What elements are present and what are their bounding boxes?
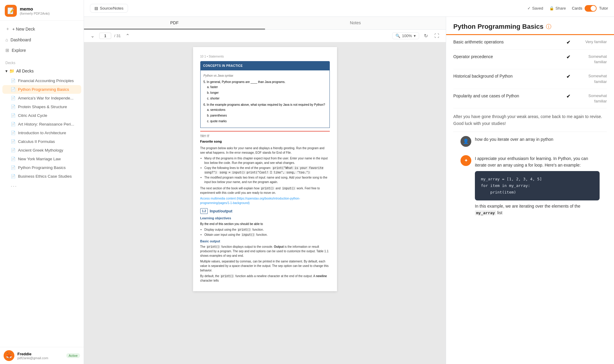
sidebar-nav: ＋ + New Deck ⌂ Dashboard ⊞ Explore xyxy=(0,21,84,59)
plus-icon: ＋ xyxy=(5,26,10,32)
explore-icon: ⊞ xyxy=(5,48,9,53)
deck-name-art: Art History: Renaissance Peri... xyxy=(18,122,74,126)
topic-level-history: Somewhatfamiliar xyxy=(574,73,607,84)
app-logo: 📝 xyxy=(5,5,17,17)
deck-item-financial[interactable]: 📄 Financial Accounting Principles xyxy=(2,76,81,85)
favorite-song-title: Favorite song xyxy=(200,139,330,144)
info-icon[interactable]: ⓘ xyxy=(546,23,551,30)
right-panel-header: Python Programming Basics ⓘ xyxy=(446,17,614,35)
decks-section-label: Decks xyxy=(2,59,81,67)
chevron-down-icon: ▾ xyxy=(5,69,7,73)
dashboard-icon: ⌂ xyxy=(5,37,8,42)
deck-item-protein[interactable]: 📄 Protein Shapes & Structure xyxy=(2,102,81,111)
deck-item-python[interactable]: 📄 Python Programming Basics xyxy=(2,85,81,94)
share-button[interactable]: 🔒 Share xyxy=(549,6,566,10)
right-panel-scroll-area[interactable]: Basic arithmetic operations ✔ Very famil… xyxy=(446,35,614,364)
refresh-button[interactable]: ↻ xyxy=(422,32,430,40)
para1: The program below asks for your name and… xyxy=(200,146,330,155)
zoom-control[interactable]: 🔍 100% ▾ xyxy=(392,32,419,39)
python-java-subtitle: Python vs Java syntax xyxy=(204,73,326,78)
share-label: Share xyxy=(556,6,566,10)
topic-check-history: ✔ xyxy=(566,74,570,79)
deck-name-citric: Citric Acid Cycle xyxy=(18,113,47,118)
page-next-button[interactable]: ⌃ xyxy=(124,32,131,39)
page-prev-button[interactable]: ⌄ xyxy=(89,32,96,39)
new-deck-button[interactable]: ＋ + New Deck xyxy=(2,24,81,34)
explore-nav-item[interactable]: ⊞ Explore xyxy=(2,45,81,55)
ai-text-after: In this example, we are iterating over t… xyxy=(475,204,580,215)
para2: The next section of the book will explai… xyxy=(200,186,330,195)
file-icon: 📄 xyxy=(11,148,16,152)
topic-name-history: Historical background of Python xyxy=(453,73,563,79)
q5b: b. longer xyxy=(207,90,326,95)
pdf-content[interactable]: 10 1 • Statements CONCEPTS IN PRACTICE P… xyxy=(84,42,446,364)
deck-item-citric[interactable]: 📄 Citric Acid Cycle xyxy=(2,111,81,120)
right-panel: Python Programming Basics ⓘ Basic arithm… xyxy=(446,17,614,364)
chat-area: 👤 how do you iterate over an array in py… xyxy=(453,132,607,220)
concepts-box-title: CONCEPTS IN PRACTICE xyxy=(200,61,330,70)
deck-item-art[interactable]: 📄 Art History: Renaissance Peri... xyxy=(2,120,81,129)
all-decks-item[interactable]: ▾ 📁 All Decks xyxy=(2,67,81,75)
user-avatar: 🦊 xyxy=(4,350,14,361)
q6-text: 6. In the example programs above, what s… xyxy=(204,102,326,107)
learning-objectives-list: Display output using the print() functio… xyxy=(200,227,330,237)
tab-pdf[interactable]: PDF xyxy=(84,17,265,29)
basic-output-p2: Multiple values, separated by commas, ca… xyxy=(200,259,330,273)
deck-name-calculus: Calculus II Formulas xyxy=(18,139,55,144)
q6c: c. quote marks xyxy=(207,119,326,123)
user-email: pdf2anki@gmail.com xyxy=(17,356,48,360)
deck-item-business[interactable]: 📄 Business Ethics Case Studies xyxy=(2,172,81,181)
sidebar: 📝 memo (formerly PDF2Anki) ＋ + New Deck … xyxy=(0,0,84,364)
file-icon: 📄 xyxy=(11,157,16,161)
share-icon: 🔒 xyxy=(549,6,554,10)
topic-level-arithmetic: Very familiar xyxy=(574,39,607,45)
ai-text-before: I appreciate your enthusiasm for learnin… xyxy=(475,156,588,167)
topic-check-operator: ✔ xyxy=(566,54,570,60)
deck-item-calculus[interactable]: 📄 Calculus II Formulas xyxy=(2,137,81,146)
file-icon: 📄 xyxy=(11,131,16,135)
active-badge: Active xyxy=(66,353,80,358)
learning-obj-title: Learning objectives xyxy=(200,216,330,221)
dashboard-label: Dashboard xyxy=(10,37,31,42)
bullet2: Copy the following lines to the end of t… xyxy=(204,166,330,175)
topic-row-arithmetic: Basic arithmetic operations ✔ Very famil… xyxy=(453,35,607,50)
page-number-input[interactable] xyxy=(99,33,111,39)
deck-item-nylaw[interactable]: 📄 New York Marriage Law xyxy=(2,155,81,163)
page-total: / 31 xyxy=(114,34,121,38)
red-divider xyxy=(200,131,330,132)
sidebar-footer: 🦊 Freddie pdf2anki@gmail.com Active xyxy=(0,347,84,364)
tab-notes[interactable]: Notes xyxy=(265,17,446,29)
access-link[interactable]: Access multimedia content (https://opens… xyxy=(200,196,330,205)
q5-text: 5. In general, Python programs are ____ … xyxy=(204,80,326,84)
deck-item-america[interactable]: 📄 America's War for Independe... xyxy=(2,94,81,102)
dashboard-nav-item[interactable]: ⌂ Dashboard xyxy=(2,35,81,45)
section-header: 1.2 Input/output xyxy=(200,208,330,214)
file-icon: 📄 xyxy=(11,78,16,83)
main-content: ▤ Source/Notes ✓ Saved 🔒 Share Cards Tut… xyxy=(84,0,614,364)
basic-output-p3: By default, the print() function adds a … xyxy=(200,274,330,283)
right-panel-deck-title: Python Programming Basics xyxy=(453,23,544,31)
saved-button[interactable]: ✓ Saved xyxy=(527,6,543,10)
q6a: a. semicolons xyxy=(207,108,326,112)
deck-item-greek[interactable]: 📄 Ancient Greek Mythology xyxy=(2,146,81,155)
chat-message-ai: ✦ I appreciate your enthusiasm for learn… xyxy=(460,151,600,220)
toggle-knob xyxy=(591,6,596,11)
user-name: Freddie xyxy=(17,352,48,356)
source-notes-button[interactable]: ▤ Source/Notes xyxy=(90,4,128,13)
deck-item-python2[interactable]: 📄 Python Programing Basics xyxy=(2,163,81,172)
section-name: Input/output xyxy=(210,208,232,214)
file-icon: 📄 xyxy=(11,139,16,144)
folder-icon: 📁 xyxy=(9,69,14,73)
topics-list: Basic arithmetic operations ✔ Very famil… xyxy=(453,35,607,108)
chevron-down-icon: ▾ xyxy=(414,34,416,38)
deck-name-python2: Python Programing Basics xyxy=(18,165,66,170)
basic-output-title: Basic output xyxy=(200,239,330,244)
cards-toggle: Cards Tutor xyxy=(572,5,608,12)
deck-name-python: Python Programming Basics xyxy=(18,87,69,92)
user-message-text: how do you iterate over an array in pyth… xyxy=(475,136,600,143)
deck-item-architecture[interactable]: 📄 Introduction to Architecture xyxy=(2,129,81,137)
fullscreen-button[interactable]: ⛶ xyxy=(433,32,441,40)
file-icon: 📄 xyxy=(11,113,16,118)
cards-toggle-switch[interactable] xyxy=(585,5,597,12)
ai-chat-avatar: ✦ xyxy=(460,155,471,166)
